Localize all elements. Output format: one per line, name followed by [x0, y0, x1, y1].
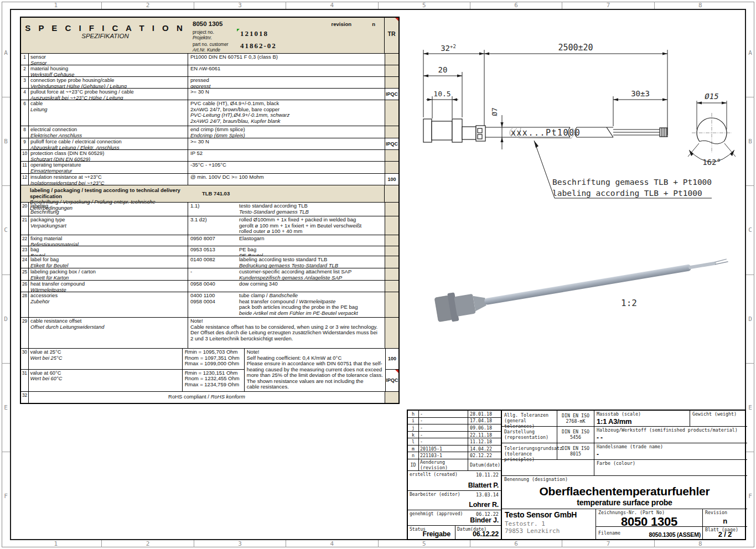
editor-date: 13.03.14 [476, 492, 499, 498]
row-label: heat transfer compoundWärmeleitpaste [29, 281, 188, 292]
spec-row: 6cableLeitungPVC cable (HT), Ø4.9+/-0.1m… [21, 100, 398, 126]
spec-table-body: 1sensorSensorPt1000 DIN EN 60751 F 0,3 (… [21, 53, 398, 403]
engineering-drawing-sheet: 12345678 12345678 ABCDEF ABCDEF S P E C … [0, 0, 756, 549]
row-value: end crimp (6mm splice)Endcrimp (6mm Sple… [188, 126, 385, 138]
zone-row-label: F [746, 452, 754, 540]
revision-history-row: l-11.12.18 [408, 438, 501, 446]
row-number: 10 [21, 150, 29, 161]
value-line: - [190, 269, 236, 275]
value-line: rolled outer ø 100 + 40 mm [239, 229, 384, 235]
value-line: 3.1 d2) [190, 217, 236, 223]
material-cell: Halbzeug/Werkstoff (semifinished product… [594, 427, 747, 443]
status-cell: Status Freigabe [408, 526, 455, 539]
designation-cell: Benennung (designation) Oberflaechentemp… [502, 476, 747, 509]
value-line: Rnom = 1232,455 Ohm [185, 376, 242, 382]
spec-section-header: labeling / packaging / testing according… [21, 185, 398, 202]
row-label: connection type probe housing/cableVerbi… [29, 77, 188, 88]
value-line: cable resistances. [247, 384, 383, 390]
row-value: IP 52 [188, 150, 385, 161]
specification-table: S P E C I F I C A T I O N SPEZIFIKATION … [20, 17, 400, 404]
tr-cell [385, 235, 398, 246]
row-label: protection class (DIN EN 60529)Schutzart… [29, 150, 188, 161]
row-number: 20 [21, 203, 29, 216]
tr-cell [385, 77, 398, 88]
zone-column-label: 8 [655, 540, 746, 547]
row-code: 3.1 d2) [188, 216, 238, 235]
resistance-values-stack: Rmin = 1095,703 OhmRnom = 1097,351 OhmRm… [183, 349, 244, 391]
tr-cell [385, 318, 398, 348]
row-number: 9 [21, 138, 29, 149]
row-label: insulation resistance at ~+23°CIsolation… [29, 174, 188, 185]
row-value: 1.1)testo standard according TLBTesto-St… [188, 203, 385, 216]
revision-cell-value: n [703, 517, 747, 525]
zone-column-label: 3 [194, 2, 286, 9]
created-cell: erstellt (created) 10.11.22 Blattert P. [408, 471, 501, 491]
row-label: pulloff force cable / electrical connect… [29, 138, 188, 149]
zone-row-label: E [746, 364, 754, 452]
status-value: Freigabe [423, 530, 451, 538]
filename-cell: Filename 8050.1305 (ASSEM) [596, 527, 703, 539]
zone-column-label: 1 [10, 540, 102, 547]
probe-head-outline [423, 119, 485, 142]
value-line: Rmax = 1099,000 Ohm [185, 361, 242, 367]
zone-band-top: 12345678 [10, 2, 746, 9]
rohs-statement: RoHS compliant / RoHS konform [29, 392, 385, 403]
tr-cell [385, 216, 398, 235]
row-value: PVC cable (HT), Ø4.9+/-0.1mm, black2xAWG… [188, 100, 385, 126]
spec-row: 11operating temperatureEinsatztemperatur… [21, 161, 398, 173]
tr-cell [385, 203, 398, 216]
row-label: label for bagEtikett für Beutel [29, 256, 188, 268]
spec-row: 2material housingWerkstoff GehäuseEN AW-… [21, 65, 398, 76]
row-label: accessoriesZubehör [29, 292, 188, 317]
zone-column-label: 5 [379, 2, 470, 9]
customer-part-no-value: 41862-02 [240, 43, 277, 49]
row-number: 2 [21, 65, 29, 76]
row-value: EN AW-6061 [188, 65, 385, 76]
customer-part-no-label: part no. customer Art.Nr. Kunde [193, 42, 229, 53]
editor-label: Bearbeiter (editor) [410, 492, 460, 497]
zone-band-bottom: 12345678 [10, 540, 746, 547]
dim-angle-text: 162° [702, 158, 721, 167]
spec-row: 9pulloff force cable / electrical connec… [21, 138, 398, 149]
row-label: pullout force at ~+23°C probe housing / … [29, 89, 188, 100]
row-description: tube clamp / Bandschelleheat transfer co… [238, 292, 385, 317]
value-line: Der Offset des durch die Leitung erzeugt… [190, 330, 382, 336]
value-line: >= 30 N [190, 89, 382, 95]
spec-row: 26heat transfer compoundWärmeleitpaste09… [21, 280, 398, 292]
company-city: 79853 Lenzkirch [505, 527, 596, 535]
value-line: 0400 1100 [190, 293, 236, 299]
colour-label: Farbe (colour) [597, 461, 635, 467]
spec-row: 25labeling packing box / cartonEtikett f… [21, 268, 398, 280]
zone-row-label: E [2, 364, 10, 452]
row-number: 28 [21, 292, 29, 317]
row-value: 0953 0513PE bagPE-Beutel [188, 246, 385, 256]
row-code: - [188, 268, 238, 280]
tolerance-principles-norm: DIN EN ISO8015 [557, 443, 594, 460]
weight-cell: Gewicht (weight) [690, 411, 747, 427]
zone-row-label: D [2, 275, 10, 364]
dim-20-text: 20 [438, 65, 448, 74]
row-number: 8 [21, 126, 29, 138]
value-line: 0958 0040 [190, 281, 236, 287]
spec-row: 29cable resistance offsetOffset durch Le… [21, 317, 398, 348]
tr-cell [385, 392, 398, 403]
row-value: -customer-specific according attachment … [188, 268, 385, 280]
self-heating-note: Note!Self heating coefficient: 0,4 K/mW … [244, 349, 385, 391]
row-value: >= 30 N [188, 89, 385, 100]
spec-table-header: S P E C I F I C A T I O N SPEZIFIKATION … [21, 18, 398, 53]
row-value: @ min. 100V DC >= 100 Mohm [188, 174, 385, 185]
dim-30-text: 30±3 [631, 89, 650, 98]
spec-row: 28accessoriesZubehör0400 11000958 0004tu… [21, 292, 398, 317]
approved-label: genehmigt (approved) [410, 511, 463, 516]
tr-cell [385, 246, 398, 256]
created-name: Blattert P. [468, 481, 499, 489]
tr-cell [385, 54, 398, 65]
value-line: 2xAWG 24/7, braun/blau, Kupfer blank [190, 118, 382, 125]
tr-cell [385, 150, 398, 161]
spec-title-block: S P E C I F I C A T I O N SPEZIFIKATION [21, 25, 189, 39]
zone-column-label: 3 [194, 540, 286, 547]
value-line: 0958 0004 [190, 299, 236, 305]
value-line: @ min. 100V DC >= 100 Mohm [190, 174, 382, 180]
designation-label: Benennung (designation) [504, 477, 568, 483]
row-label: operating temperatureEinsatztemperatur [29, 162, 188, 173]
